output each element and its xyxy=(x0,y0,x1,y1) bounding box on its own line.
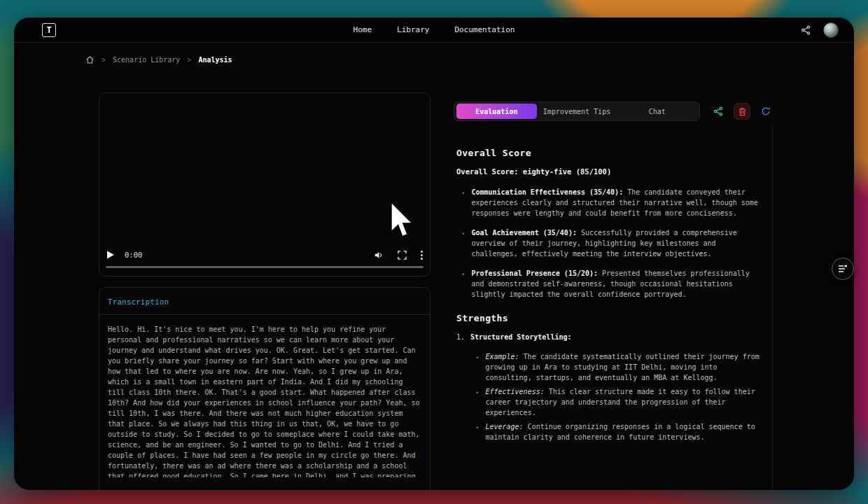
nav-item-library[interactable]: Library xyxy=(397,25,429,34)
nav-links: Home Library Documentation xyxy=(14,25,854,34)
transcription-panel: Transcription Hello. Hi. It's nice to me… xyxy=(99,287,430,490)
list-lines-icon xyxy=(838,265,848,273)
top-navbar: T Home Library Documentation xyxy=(14,18,854,43)
breadcrumb-separator: > xyxy=(187,56,191,64)
overall-score-heading: Overall Score xyxy=(456,148,764,158)
bullet-icon: • xyxy=(470,421,485,442)
list-item: • Example:The candidate systematically o… xyxy=(470,351,764,383)
bullet-label: Goal Achievement (35/40): xyxy=(471,229,577,237)
breadcrumb-scenario-library[interactable]: Scenario Library xyxy=(113,56,180,64)
list-item: • Leverage:Continue organizing responses… xyxy=(470,421,764,442)
bullet-label: Professional Presence (15/20): xyxy=(471,270,598,277)
home-icon[interactable] xyxy=(85,55,94,64)
overall-score-value: Overall Score: eighty-five (85/100) xyxy=(456,167,764,177)
bullet-text: The candidate systematically outlined th… xyxy=(485,353,759,382)
bullet-icon: • xyxy=(470,386,485,418)
fullscreen-icon[interactable] xyxy=(398,251,407,260)
video-menu-icon[interactable] xyxy=(421,251,423,260)
play-icon[interactable] xyxy=(106,251,115,259)
strengths-heading: Strengths xyxy=(456,313,764,323)
user-avatar[interactable] xyxy=(823,22,839,38)
navbar-right xyxy=(801,22,839,38)
app-logo[interactable]: T xyxy=(42,23,56,37)
breadcrumb-separator: > xyxy=(102,56,106,64)
bullet-text: Continue organizing responses in a logic… xyxy=(485,423,755,441)
bullet-label: Example: xyxy=(485,353,519,360)
volume-icon[interactable] xyxy=(374,251,384,260)
video-player[interactable]: 0:00 xyxy=(99,92,430,276)
bullet-icon: • xyxy=(456,187,471,218)
bullet-label: Communication Effectiveness (35/40): xyxy=(471,188,623,196)
bullet-icon: • xyxy=(470,351,485,383)
refresh-button[interactable] xyxy=(757,103,774,120)
tab-improvement-tips[interactable]: Improvement Tips xyxy=(537,104,617,119)
list-item: • Professional Presence (15/20):Presente… xyxy=(456,268,764,300)
list-item: • Effectiveness:This clear structure mad… xyxy=(470,386,764,418)
evaluation-toolbar: Evaluation Improvement Tips Chat xyxy=(454,102,774,121)
bullet-label: Effectiveness: xyxy=(485,388,544,396)
strength-title: Structured Storytelling: xyxy=(470,332,572,342)
video-time: 0:00 xyxy=(125,251,142,259)
list-item: • Goal Achievement (35/40):Successfully … xyxy=(456,227,764,259)
panel-scroll-track[interactable] xyxy=(772,122,773,490)
nav-item-documentation[interactable]: Documentation xyxy=(454,25,514,34)
breadcrumb: > Scenario Library > Analysis xyxy=(85,55,232,64)
breadcrumb-analysis: Analysis xyxy=(198,56,232,64)
video-controls: 0:00 xyxy=(106,248,423,262)
share-evaluation-button[interactable] xyxy=(710,103,727,120)
panel-toggle-button[interactable] xyxy=(832,258,854,280)
strength-detail-list: • Example:The candidate systematically o… xyxy=(470,351,764,442)
panel-actions xyxy=(710,103,774,120)
strength-item: 1. Structured Storytelling: xyxy=(456,332,764,342)
video-controls-right xyxy=(374,251,423,260)
strengths-section: Strengths 1. Structured Storytelling: • … xyxy=(456,313,764,442)
bullet-icon: • xyxy=(456,227,471,259)
item-number: 1. xyxy=(456,332,470,342)
bullet-icon: • xyxy=(456,268,471,300)
score-breakdown-list: • Communication Effectiveness (35/40):Th… xyxy=(456,187,764,300)
tab-chat[interactable]: Chat xyxy=(617,104,697,119)
transcription-title: Transcription xyxy=(99,288,430,315)
video-progress-bar[interactable] xyxy=(106,266,424,268)
evaluation-content: Overall Score Overall Score: eighty-five… xyxy=(456,148,764,446)
share-icon[interactable] xyxy=(801,25,811,35)
bullet-label: Leverage: xyxy=(485,423,523,430)
app-window: T Home Library Documentation > Scenario … xyxy=(14,18,854,490)
tab-evaluation[interactable]: Evaluation xyxy=(456,104,537,119)
delete-button[interactable] xyxy=(734,103,750,120)
tab-bar: Evaluation Improvement Tips Chat xyxy=(454,102,700,121)
nav-item-home[interactable]: Home xyxy=(354,25,372,34)
transcription-text[interactable]: Hello. Hi. It's nice to meet you. I'm he… xyxy=(99,315,430,477)
list-item: • Communication Effectiveness (35/40):Th… xyxy=(456,187,764,218)
